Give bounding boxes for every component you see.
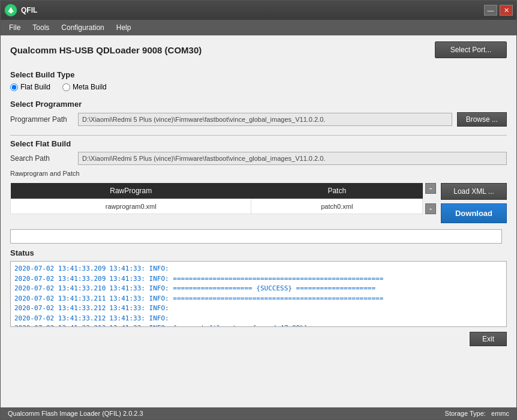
- status-log[interactable]: 2020-07-02 13:41:33.209 13:41:33: INFO: …: [10, 261, 507, 327]
- rawprogram-cell: rawprogram0.xml: [11, 199, 251, 214]
- xml-table-header-row: RawProgram Patch: [11, 183, 423, 199]
- flat-build-label: Flat Build: [20, 83, 50, 91]
- log-timestamp-0: 2020-07-02 13:41:33.209: [14, 264, 106, 274]
- flat-build-option[interactable]: Flat Build: [10, 83, 50, 91]
- menu-configuration[interactable]: Configuration: [55, 22, 110, 33]
- app-logo-icon: [4, 4, 17, 17]
- log-message-1: 13:41:33: INFO: ========================…: [109, 274, 383, 284]
- footer-storage: Storage Type: emmc: [445, 410, 509, 417]
- log-message-4: 13:41:33: INFO:: [109, 304, 169, 314]
- flat-build-section-label: Select Flat Build: [10, 139, 507, 148]
- log-message-6: 13:41:33: INFO: {percent files transferr…: [109, 323, 308, 327]
- browse-button[interactable]: Browse ...: [457, 112, 507, 127]
- programmer-section: Select Programmer Programmer Path Browse…: [10, 100, 507, 127]
- title-bar-text: QFIL: [21, 6, 484, 14]
- build-type-options: Flat Build Meta Build: [10, 83, 507, 91]
- log-timestamp-3: 2020-07-02 13:41:33.211: [14, 294, 106, 304]
- xml-buttons: Load XML ... Download: [441, 183, 507, 223]
- table-row: rawprogram0.xml patch0.xml: [11, 199, 423, 214]
- log-line-4: 2020-07-02 13:41:33.212 13:41:33: INFO:: [14, 304, 503, 314]
- menu-tools[interactable]: Tools: [26, 22, 55, 33]
- svg-rect-2: [10, 12, 12, 13]
- minimize-button[interactable]: —: [484, 5, 497, 16]
- rawprogram-label: Rawprogram and Patch: [10, 170, 507, 177]
- status-label: Status: [10, 248, 507, 257]
- log-message-5: 13:41:33: INFO:: [109, 314, 169, 324]
- footer-storage-label: Storage Type:: [445, 410, 486, 417]
- exit-button[interactable]: Exit: [470, 332, 507, 346]
- programmer-path-input[interactable]: [78, 113, 452, 126]
- device-header: Qualcomm HS-USB QDLoader 9008 (COM30) Se…: [10, 41, 507, 63]
- main-window: QFIL — ✕ File Tools Configuration Help Q…: [0, 0, 517, 420]
- programmer-label: Select Programmer: [10, 100, 507, 109]
- status-section: Status 2020-07-02 13:41:33.209 13:41:33:…: [10, 248, 507, 327]
- footer-storage-value: emmc: [491, 410, 509, 417]
- meta-build-label: Meta Build: [73, 83, 107, 91]
- log-timestamp-6: 2020-07-02 13:41:33.213: [14, 323, 106, 327]
- xml-table-container: RawProgram Patch rawprogram0.xml patch0.…: [10, 183, 436, 223]
- flat-build-radio[interactable]: [10, 83, 18, 91]
- close-button[interactable]: ✕: [500, 5, 513, 16]
- xml-table: RawProgram Patch rawprogram0.xml patch0.…: [10, 183, 423, 214]
- select-port-button[interactable]: Select Port...: [435, 41, 507, 58]
- title-bar: QFIL — ✕: [1, 1, 516, 20]
- main-content: Qualcomm HS-USB QDLoader 9008 (COM30) Se…: [1, 35, 516, 407]
- log-timestamp-4: 2020-07-02 13:41:33.212: [14, 304, 106, 314]
- log-timestamp-1: 2020-07-02 13:41:33.209: [14, 274, 106, 284]
- window-controls: — ✕: [484, 5, 513, 16]
- footer: Qualcomm Flash Image Loader (QFIL) 2.0.2…: [1, 407, 516, 419]
- log-line-6: 2020-07-02 13:41:33.213 13:41:33: INFO: …: [14, 323, 503, 327]
- log-line-2: 2020-07-02 13:41:33.210 13:41:33: INFO: …: [14, 284, 503, 294]
- device-title: Qualcomm HS-USB QDLoader 9008 (COM30): [10, 45, 202, 55]
- log-line-0: 2020-07-02 13:41:33.209 13:41:33: INFO:: [14, 264, 503, 274]
- build-type-label: Select Build Type: [10, 70, 507, 79]
- meta-build-radio[interactable]: [62, 83, 70, 91]
- log-message-2: 13:41:33: INFO: ==================== {SU…: [109, 284, 375, 294]
- extra-input-field[interactable]: [10, 229, 502, 244]
- exit-row: Exit: [10, 332, 507, 350]
- download-button[interactable]: Download: [441, 203, 507, 223]
- flat-build-section: Select Flat Build Search Path Rawprogram…: [10, 139, 507, 177]
- meta-build-option[interactable]: Meta Build: [62, 83, 107, 91]
- log-timestamp-5: 2020-07-02 13:41:33.212: [14, 314, 106, 324]
- log-message-0: 13:41:33: INFO:: [109, 264, 169, 274]
- programmer-path-row: Programmer Path Browse ...: [10, 112, 507, 127]
- log-line-1: 2020-07-02 13:41:33.209 13:41:33: INFO: …: [14, 274, 503, 284]
- search-path-label: Search Path: [10, 154, 73, 163]
- menu-file[interactable]: File: [3, 22, 26, 33]
- log-line-3: 2020-07-02 13:41:33.211 13:41:33: INFO: …: [14, 294, 503, 304]
- menu-help[interactable]: Help: [110, 22, 137, 33]
- extra-input-row: [10, 229, 507, 244]
- table-minus-bottom-button[interactable]: -: [425, 203, 436, 214]
- search-path-input[interactable]: [78, 152, 507, 165]
- patch-header: Patch: [251, 183, 423, 199]
- log-timestamp-2: 2020-07-02 13:41:33.210: [14, 284, 106, 294]
- patch-cell: patch0.xml: [251, 199, 423, 214]
- build-type-section: Select Build Type Flat Build Meta Build: [10, 70, 507, 91]
- xml-area: RawProgram Patch rawprogram0.xml patch0.…: [10, 183, 507, 223]
- rawprogram-header: RawProgram: [11, 183, 251, 199]
- log-message-3: 13:41:33: INFO: ========================…: [109, 294, 383, 304]
- footer-app-name: Qualcomm Flash Image Loader (QFIL) 2.0.2…: [8, 410, 143, 417]
- log-line-5: 2020-07-02 13:41:33.212 13:41:33: INFO:: [14, 314, 503, 324]
- load-xml-button[interactable]: Load XML ...: [441, 183, 507, 200]
- table-minus-top-button[interactable]: -: [425, 183, 436, 194]
- menu-bar: File Tools Configuration Help: [1, 20, 516, 35]
- search-path-row: Search Path: [10, 152, 507, 165]
- programmer-path-label: Programmer Path: [10, 115, 73, 124]
